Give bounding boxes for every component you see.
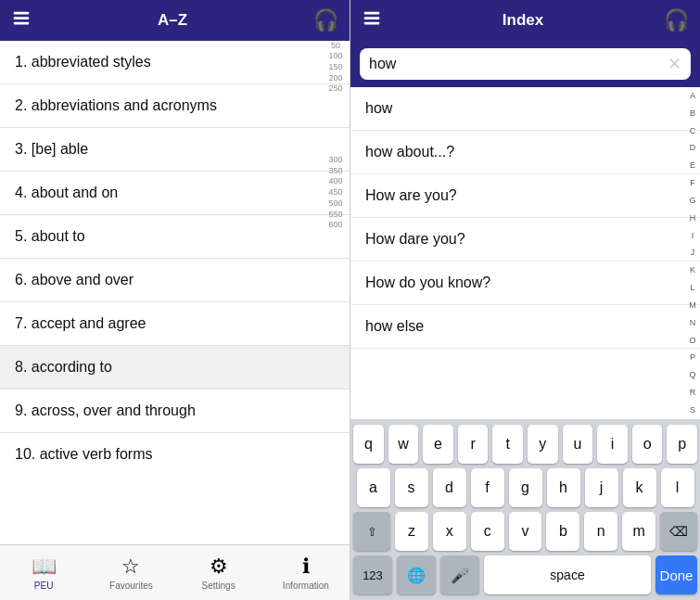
list-item[interactable]: 6. above and over (0, 259, 350, 302)
index-item[interactable]: how else (350, 305, 700, 349)
key-z[interactable]: z (395, 512, 428, 551)
key-done[interactable]: Done (655, 555, 697, 594)
alpha-d[interactable]: D (690, 144, 696, 152)
index-item[interactable]: how about...? (350, 131, 700, 174)
keyboard-row-1: q w e r t y u i o p (353, 425, 697, 464)
tab-favourites-label: Favourites (109, 581, 153, 591)
index-item[interactable]: How dare you? (350, 218, 700, 262)
tab-peu[interactable]: 📖 PEU (0, 555, 87, 591)
alpha-o[interactable]: O (689, 337, 695, 345)
gear-icon: ⚙ (210, 555, 228, 579)
alpha-j[interactable]: J (691, 249, 695, 257)
alpha-s[interactable]: S (690, 406, 695, 415)
svg-rect-5 (364, 22, 380, 25)
peu-icon: 📖 (32, 555, 57, 579)
key-p[interactable]: p (667, 425, 697, 464)
index-list[interactable]: how how about...? How are you? How dare … (350, 87, 700, 419)
key-n[interactable]: n (584, 512, 617, 551)
key-t[interactable]: t (492, 425, 523, 464)
alpha-k[interactable]: K (690, 266, 695, 274)
index-list-icon (362, 8, 382, 32)
list-item[interactable]: 9. across, over and through (0, 389, 350, 433)
right-header: Index 🎧 (350, 0, 700, 41)
list-item[interactable]: 10. active verb forms (0, 433, 350, 476)
alpha-p[interactable]: P (690, 353, 695, 362)
star-icon: ☆ (121, 555, 140, 579)
key-v[interactable]: v (509, 512, 542, 551)
alpha-c[interactable]: C (690, 127, 696, 135)
list-item[interactable]: 4. about and on 300 350 400 450 500 550 … (0, 172, 350, 215)
key-c[interactable]: c (471, 512, 504, 551)
alpha-f[interactable]: F (690, 179, 695, 187)
key-x[interactable]: x (433, 512, 466, 551)
list-item[interactable]: 7. accept and agree (0, 302, 350, 346)
key-b[interactable]: b (546, 512, 579, 551)
key-j[interactable]: j (585, 468, 618, 507)
key-space[interactable]: space (484, 555, 651, 594)
right-headphones-icon: 🎧 (664, 8, 689, 32)
alpha-g[interactable]: G (689, 197, 695, 205)
key-g[interactable]: g (509, 468, 542, 507)
list-item[interactable]: 5. about to (0, 215, 350, 259)
tab-settings[interactable]: ⚙ Settings (175, 555, 262, 591)
key-u[interactable]: u (563, 425, 593, 464)
key-f[interactable]: f (471, 468, 504, 507)
tab-favourites[interactable]: ☆ Favourites (87, 555, 174, 591)
key-w[interactable]: w (388, 425, 419, 464)
key-delete[interactable]: ⌫ (660, 512, 697, 551)
key-num[interactable]: 123 (353, 555, 392, 594)
index-item[interactable]: how (350, 87, 700, 131)
svg-rect-1 (14, 17, 30, 19)
svg-rect-4 (364, 17, 380, 19)
alpha-i[interactable]: I (692, 232, 694, 240)
alpha-sidebar[interactable]: A B C D E F G H I J K L M N O P Q R S (685, 87, 700, 419)
svg-rect-2 (14, 22, 30, 25)
key-d[interactable]: d (433, 468, 466, 507)
clear-button[interactable]: ✕ (668, 54, 681, 74)
alpha-b[interactable]: B (690, 109, 695, 118)
key-e[interactable]: e (423, 425, 453, 464)
key-q[interactable]: q (353, 425, 384, 464)
alpha-e[interactable]: E (690, 161, 695, 170)
key-k[interactable]: k (623, 468, 656, 507)
key-shift[interactable]: ⇧ (353, 512, 390, 551)
keyboard-row-4: 123 🌐 🎤 space Done (353, 555, 697, 594)
search-input[interactable] (369, 56, 662, 72)
key-l[interactable]: l (661, 468, 694, 507)
list-item[interactable]: 8. according to (0, 346, 350, 389)
key-a[interactable]: a (357, 468, 390, 507)
keyboard-row-2: a s d f g h j k l (353, 468, 697, 507)
alpha-a[interactable]: A (690, 92, 695, 100)
alpha-l[interactable]: L (690, 284, 694, 292)
key-h[interactable]: h (547, 468, 580, 507)
az-list[interactable]: 1. abbreviated styles 1 50 100 150 200 2… (0, 41, 350, 544)
left-panel-title: A–Z (32, 11, 313, 30)
alpha-h[interactable]: H (690, 214, 696, 223)
alpha-m[interactable]: M (689, 301, 696, 310)
key-mic[interactable]: 🎤 (440, 555, 479, 594)
left-panel: A–Z 🎧 1. abbreviated styles 1 50 100 150… (0, 0, 350, 600)
list-item[interactable]: 3. [be] able (0, 128, 350, 172)
keyboard-row-3: ⇧ z x c v b n m ⌫ (353, 512, 697, 551)
tab-peu-label: PEU (34, 581, 54, 591)
left-header: A–Z 🎧 (0, 0, 350, 41)
key-y[interactable]: y (528, 425, 558, 464)
search-input-wrapper: ✕ (360, 48, 691, 80)
key-s[interactable]: s (395, 468, 428, 507)
key-r[interactable]: r (458, 425, 489, 464)
key-globe[interactable]: 🌐 (397, 555, 436, 594)
svg-rect-0 (14, 12, 30, 15)
right-panel-title: Index (382, 11, 664, 30)
alpha-r[interactable]: R (690, 389, 696, 397)
index-item[interactable]: How are you? (350, 174, 700, 218)
search-bar: ✕ (350, 41, 700, 87)
index-item[interactable]: How do you know? (350, 262, 700, 305)
key-i[interactable]: i (597, 425, 628, 464)
list-item[interactable]: 1. abbreviated styles 1 50 100 150 200 2… (0, 41, 350, 84)
tab-information[interactable]: ℹ Information (262, 555, 350, 591)
list-item[interactable]: 2. abbreviations and acronyms (0, 84, 350, 128)
alpha-q[interactable]: Q (689, 371, 695, 379)
key-o[interactable]: o (632, 425, 663, 464)
key-m[interactable]: m (622, 512, 655, 551)
alpha-n[interactable]: N (690, 319, 696, 327)
